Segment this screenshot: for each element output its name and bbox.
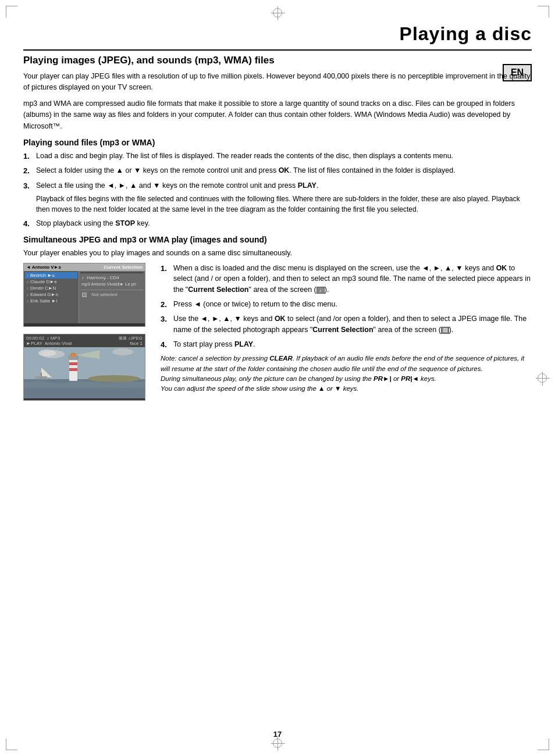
section1-title: Playing images (JPEG), and sounds (mp3, … — [23, 55, 532, 66]
section3-intro: Your player enables you to play images a… — [23, 248, 532, 259]
svg-rect-4 — [69, 362, 77, 365]
screenshot1: ◄ Antonio V►s Current Selection ♪Bedrich… — [23, 263, 145, 327]
crosshair-top — [273, 8, 282, 17]
section1-para2: mp3 and WMA are compressed audio file fo… — [23, 98, 532, 132]
svg-point-14 — [38, 350, 56, 356]
list-item: 4. To start play press PLAY. — [161, 339, 532, 351]
svg-rect-5 — [69, 368, 77, 371]
list-item: 4. Stop playback using the STOP key. — [23, 218, 532, 230]
page-title: Playing a disc — [400, 23, 532, 45]
steps-column: 1. When a disc is loaded and the disc me… — [161, 263, 532, 401]
lighthouse-scene — [24, 347, 145, 398]
section2-title: Playing sound files (mp3 or WMA) — [23, 138, 532, 147]
svg-point-2 — [88, 375, 140, 382]
corner-mark-tl — [6, 6, 17, 17]
list-item: 2. Press ◄ (once or twice) to return to … — [161, 299, 532, 311]
section2-list: 1. Load a disc and begin play. The list … — [23, 151, 532, 229]
screenshots-column: ◄ Antonio V►s Current Selection ♪Bedrich… — [23, 263, 151, 401]
list-item: 1. When a disc is loaded and the disc me… — [161, 263, 532, 295]
list-item: 1. Load a disc and begin play. The list … — [23, 151, 532, 162]
section3-list: 1. When a disc is loaded and the disc me… — [161, 263, 532, 351]
list-item: 3. Use the ◄, ►, ▲, ▼ keys and OK to sel… — [161, 313, 532, 336]
corner-mark-tr — [538, 6, 549, 17]
scr1-body: ♪Bedrich ►u ♪Claude D►e ♪Dimitri C►N ♪Ed… — [24, 271, 145, 323]
corner-mark-br — [538, 739, 549, 750]
corner-mark-bl — [6, 739, 17, 750]
section1-para1: Your player can play JPEG files with a r… — [23, 71, 532, 94]
crosshair-right — [538, 373, 547, 383]
scr2-bottom: Slideshow Speed : Slow IMAGE — [24, 398, 145, 401]
scr1-header: ◄ Antonio V►s Current Selection — [24, 263, 145, 271]
svg-rect-11 — [35, 376, 47, 378]
two-col-layout: ◄ Antonio V►s Current Selection ♪Bedrich… — [23, 263, 532, 401]
list-item: 3. Select a file using the ◄, ►, ▲ and ▼… — [23, 180, 532, 215]
scr2-image — [24, 347, 145, 398]
svg-point-12 — [34, 378, 51, 380]
content-area: Playing images (JPEG), and sounds (mp3, … — [23, 47, 532, 733]
section3-title: Simultaneous JPEG and mp3 or WMA play (i… — [23, 235, 532, 244]
crosshair-bottom — [273, 739, 282, 748]
svg-point-15 — [112, 348, 133, 355]
note-text: Note: cancel a selection by pressing CLE… — [161, 354, 532, 394]
svg-rect-7 — [70, 353, 76, 356]
scr2-top: 00:00:02 ♪ MP3 ►PLAY Antonio Vival ⊞⊞ ♪J… — [24, 334, 145, 347]
list-item: 2. Select a folder using the ▲ or ▼ keys… — [23, 165, 532, 177]
page-number: 17 — [273, 730, 282, 739]
screenshot2: 00:00:02 ♪ MP3 ►PLAY Antonio Vival ⊞⊞ ♪J… — [23, 334, 145, 401]
